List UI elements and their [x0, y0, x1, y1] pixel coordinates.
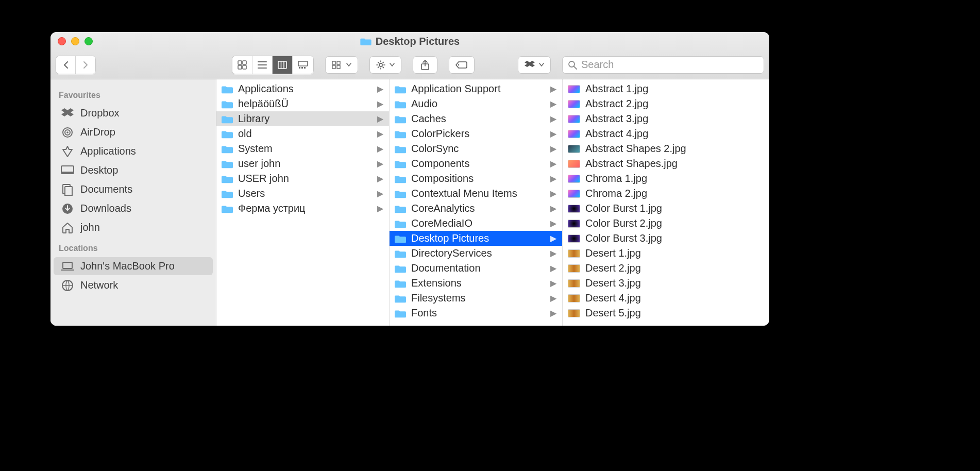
column[interactable]: Application Support▶Audio▶Caches▶ColorPi…	[390, 79, 563, 326]
view-icon-button[interactable]	[232, 56, 252, 74]
item-label: Components	[411, 158, 545, 170]
file-row[interactable]: Abstract 1.jpg	[563, 81, 769, 96]
sidebar-item[interactable]: Documents	[54, 180, 213, 198]
chevron-left-icon	[63, 61, 69, 69]
sidebar-item-label: Documents	[80, 183, 132, 195]
home-icon	[61, 222, 74, 233]
file-row[interactable]: Desert 5.jpg	[563, 306, 769, 321]
titlebar: Desktop Pictures	[50, 32, 769, 51]
item-label: DirectoryServices	[411, 247, 545, 259]
file-row[interactable]: Color Burst 2.jpg	[563, 216, 769, 231]
folder-icon	[395, 144, 406, 154]
dropbox-icon	[525, 61, 535, 69]
svg-point-16	[569, 61, 575, 67]
item-label: Ферма устриц	[238, 203, 371, 214]
column[interactable]: Abstract 1.jpgAbstract 2.jpgAbstract 3.j…	[563, 79, 769, 326]
folder-row[interactable]: Filesystems▶	[390, 291, 562, 306]
file-row[interactable]: Desert 1.jpg	[563, 246, 769, 261]
file-row[interactable]: Chroma 2.jpg	[563, 186, 769, 201]
folder-row[interactable]: DirectoryServices▶	[390, 246, 562, 261]
folder-row[interactable]: helpäöüßÜ▶	[216, 96, 389, 111]
folder-row[interactable]: old▶	[216, 126, 389, 141]
folder-row[interactable]: Compositions▶	[390, 171, 562, 186]
image-thumbnail-icon	[568, 279, 580, 288]
folder-row[interactable]: Documentation▶	[390, 261, 562, 276]
file-row[interactable]: Abstract Shapes.jpg	[563, 156, 769, 171]
svg-rect-23	[65, 187, 72, 196]
back-button[interactable]	[56, 56, 76, 74]
sidebar-item[interactable]: Desktop	[54, 161, 213, 179]
file-row[interactable]: Desert 3.jpg	[563, 276, 769, 291]
share-icon	[421, 60, 429, 70]
image-thumbnail-icon	[568, 249, 580, 258]
file-row[interactable]: Abstract 4.jpg	[563, 126, 769, 141]
search-input[interactable]	[581, 59, 758, 71]
item-label: Application Support	[411, 83, 545, 95]
view-list-button[interactable]	[252, 56, 273, 74]
action-button[interactable]	[369, 56, 401, 74]
column[interactable]: Applications▶helpäöüßÜ▶Library▶old▶Syste…	[216, 79, 390, 326]
chevron-right-icon: ▶	[550, 233, 557, 243]
file-row[interactable]: Abstract 3.jpg	[563, 111, 769, 126]
folder-row[interactable]: USER john▶	[216, 171, 389, 186]
nav-buttons	[56, 56, 96, 74]
folder-row[interactable]: ColorSync▶	[390, 141, 562, 156]
folder-row[interactable]: Extensions▶	[390, 276, 562, 291]
folder-row[interactable]: Desktop Pictures▶	[390, 231, 562, 246]
item-label: Contextual Menu Items	[411, 188, 545, 199]
tags-button[interactable]	[449, 56, 475, 74]
item-label: Desert 5.jpg	[585, 307, 764, 319]
sidebar-item-label: Desktop	[80, 164, 118, 176]
file-row[interactable]: Chroma 1.jpg	[563, 171, 769, 186]
item-label: Chroma 2.jpg	[585, 188, 764, 199]
minimize-button[interactable]	[71, 37, 79, 45]
sidebar-item[interactable]: Network	[54, 276, 213, 294]
file-row[interactable]: Desert 2.jpg	[563, 261, 769, 276]
dropbox-toolbar-button[interactable]	[518, 56, 551, 74]
file-row[interactable]: Desert 4.jpg	[563, 291, 769, 306]
sidebar-item[interactable]: AirDrop	[54, 123, 213, 141]
folder-row[interactable]: CoreAnalytics▶	[390, 201, 562, 216]
folder-row[interactable]: CoreMediaIO▶	[390, 216, 562, 231]
folder-row[interactable]: Fonts▶	[390, 306, 562, 321]
folder-row[interactable]: Components▶	[390, 156, 562, 171]
sidebar-item[interactable]: Downloads	[54, 199, 213, 217]
item-label: CoreMediaIO	[411, 217, 545, 229]
folder-row[interactable]: Library▶	[216, 111, 389, 126]
folder-icon	[222, 85, 233, 94]
sidebar-item[interactable]: John's MacBook Pro	[54, 257, 213, 275]
zoom-button[interactable]	[85, 37, 93, 45]
sidebar[interactable]: FavouritesDropboxAirDropApplicationsDesk…	[50, 79, 216, 326]
folder-row[interactable]: user john▶	[216, 156, 389, 171]
folder-row[interactable]: Users▶	[216, 186, 389, 201]
close-button[interactable]	[58, 37, 66, 45]
group-by-button[interactable]	[325, 56, 358, 74]
list-icon	[258, 61, 267, 69]
folder-row[interactable]: System▶	[216, 141, 389, 156]
file-row[interactable]: Color Burst 3.jpg	[563, 231, 769, 246]
sidebar-section-heading: Locations	[50, 238, 216, 256]
search-field[interactable]	[562, 56, 764, 74]
sidebar-item[interactable]: Dropbox	[54, 104, 213, 122]
folder-row[interactable]: Contextual Menu Items▶	[390, 186, 562, 201]
folder-icon	[395, 204, 406, 213]
item-label: Library	[238, 113, 371, 125]
file-row[interactable]: Abstract Shapes 2.jpg	[563, 141, 769, 156]
image-thumbnail-icon	[568, 85, 580, 93]
file-row[interactable]: Color Burst 1.jpg	[563, 201, 769, 216]
view-gallery-button[interactable]	[293, 56, 313, 74]
svg-rect-7	[301, 67, 303, 69]
file-row[interactable]: Abstract 2.jpg	[563, 96, 769, 111]
sidebar-item[interactable]: Applications	[54, 142, 213, 160]
view-column-button[interactable]	[273, 56, 293, 74]
sidebar-item[interactable]: john	[54, 218, 213, 237]
share-button[interactable]	[413, 56, 437, 74]
folder-row[interactable]: Caches▶	[390, 111, 562, 126]
forward-button[interactable]	[76, 56, 95, 74]
folder-row[interactable]: ColorPickers▶	[390, 126, 562, 141]
folder-row[interactable]: Applications▶	[216, 81, 389, 96]
folder-row[interactable]: Ферма устриц▶	[216, 201, 389, 216]
folder-icon	[395, 129, 406, 139]
folder-row[interactable]: Application Support▶	[390, 81, 562, 96]
folder-row[interactable]: Audio▶	[390, 96, 562, 111]
